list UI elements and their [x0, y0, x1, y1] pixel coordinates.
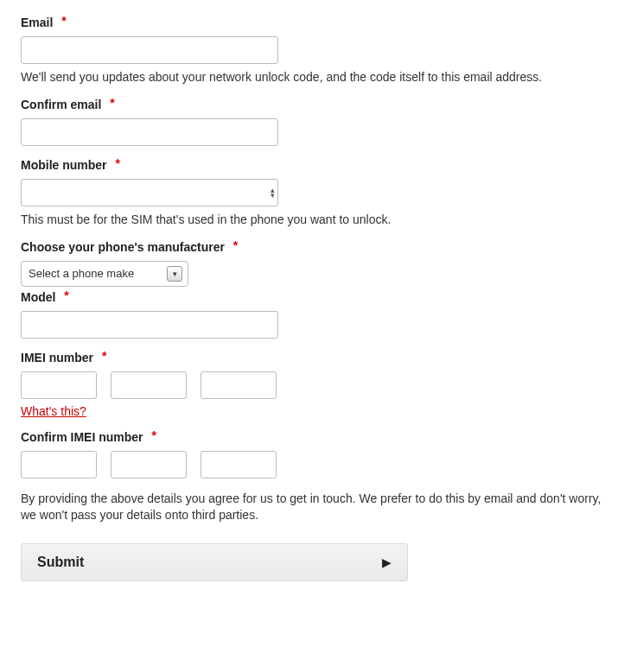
required-marker: * — [110, 96, 114, 110]
model-input[interactable] — [21, 311, 278, 339]
required-marker: * — [115, 156, 119, 170]
confirm-imei-label: Confirm IMEI number * — [21, 430, 603, 444]
email-label-text: Email — [21, 16, 53, 29]
imei-field-group: IMEI number * What's this? — [21, 351, 603, 418]
required-marker: * — [151, 428, 156, 442]
mobile-number-helper: This must be for the SIM that's used in … — [21, 212, 603, 228]
confirm-email-label-text: Confirm email — [21, 98, 101, 111]
confirm-imei-part-3-input[interactable] — [201, 451, 277, 479]
mobile-number-input[interactable] — [21, 179, 278, 206]
submit-button[interactable]: Submit ▶ — [21, 543, 408, 581]
manufacturer-field-group: Choose your phone's manufacturer * Selec… — [21, 240, 603, 287]
model-label: Model * — [21, 290, 603, 304]
email-input[interactable] — [21, 36, 278, 64]
submit-button-label: Submit — [37, 555, 84, 570]
confirm-email-input[interactable] — [21, 118, 278, 146]
manufacturer-label-text: Choose your phone's manufacturer — [21, 240, 225, 254]
chevron-right-icon: ▶ — [382, 555, 392, 569]
email-label: Email * — [21, 16, 603, 29]
imei-help-link[interactable]: What's this? — [21, 404, 86, 418]
required-marker: * — [102, 349, 106, 363]
confirm-imei-part-1-input[interactable] — [21, 451, 97, 479]
required-marker: * — [64, 288, 68, 302]
chevron-down-icon: ▾ — [167, 266, 182, 282]
model-label-text: Model — [21, 290, 55, 304]
required-marker: * — [61, 14, 66, 28]
mobile-number-label-text: Mobile number — [21, 158, 107, 172]
stepper-control-icon[interactable]: ▴▾ — [271, 187, 275, 198]
manufacturer-label: Choose your phone's manufacturer * — [21, 240, 603, 254]
confirm-email-label: Confirm email * — [21, 98, 603, 111]
confirm-email-field-group: Confirm email * — [21, 98, 603, 146]
mobile-number-field-group: Mobile number * ▴▾ This must be for the … — [21, 158, 603, 228]
email-helper: We'll send you updates about your networ… — [21, 69, 603, 86]
imei-part-1-input[interactable] — [21, 371, 97, 399]
agreement-text: By providing the above details you agree… — [21, 491, 603, 524]
confirm-imei-part-2-input[interactable] — [111, 451, 187, 479]
imei-part-3-input[interactable] — [201, 371, 277, 399]
manufacturer-select[interactable]: Select a phone make ▾ — [21, 261, 188, 287]
imei-input-row — [21, 371, 603, 399]
email-field-group: Email * We'll send you updates about you… — [21, 16, 603, 86]
confirm-imei-label-text: Confirm IMEI number — [21, 430, 143, 444]
imei-label-text: IMEI number — [21, 351, 93, 365]
imei-label: IMEI number * — [21, 351, 603, 365]
model-field-group: Model * — [21, 290, 603, 339]
imei-part-2-input[interactable] — [111, 371, 187, 399]
confirm-imei-field-group: Confirm IMEI number * — [21, 430, 603, 479]
mobile-number-label: Mobile number * — [21, 158, 603, 172]
required-marker: * — [233, 238, 238, 252]
manufacturer-selected-value: Select a phone make — [29, 267, 156, 280]
confirm-imei-input-row — [21, 451, 603, 479]
